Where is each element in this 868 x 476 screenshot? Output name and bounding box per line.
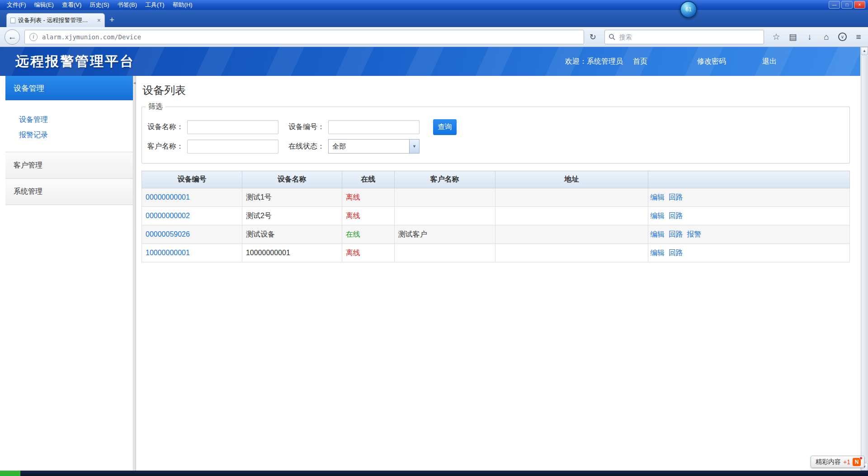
menu-help[interactable]: 帮助(H): [169, 0, 197, 10]
sidebar-item-device-management[interactable]: 设备管理: [5, 76, 133, 100]
col-header-address: 地址: [495, 171, 648, 188]
url-bar[interactable]: i alarm.xjymunion.com/Device: [24, 30, 584, 44]
online-status-label: 在线状态：: [288, 142, 328, 151]
device-name-cell: 测试设备: [242, 225, 342, 244]
scrollbar-thumb[interactable]: [861, 55, 868, 462]
sidebar-item-system-management[interactable]: 系统管理: [5, 178, 133, 205]
menu-file[interactable]: 文件(F): [3, 0, 30, 10]
maximize-button[interactable]: □: [841, 1, 853, 9]
promo-popup[interactable]: 精彩内容 +1 N: [811, 456, 864, 468]
edit-link[interactable]: 编辑: [650, 249, 665, 257]
address-cell: [495, 244, 648, 262]
device-name-cell: 测试2号: [242, 207, 342, 225]
status-badge: 离线: [346, 193, 360, 201]
tab-close-icon[interactable]: ×: [97, 17, 101, 24]
online-status-select[interactable]: 全部 ▼: [328, 139, 420, 154]
device-no-input[interactable]: [328, 120, 420, 134]
taskbar-item[interactable]: [0, 471, 20, 476]
address-cell: [495, 225, 648, 244]
url-text: alarm.xjymunion.com/Device: [42, 33, 141, 41]
sidebar-item-customer-management[interactable]: 客户管理: [5, 152, 133, 178]
menu-tools[interactable]: 工具(T): [141, 0, 169, 10]
sidebar-submenu: 设备管理 报警记录: [5, 100, 133, 152]
bookmark-star-icon[interactable]: ☆: [771, 33, 781, 41]
circuit-link[interactable]: 回路: [669, 249, 683, 257]
search-input[interactable]: [619, 33, 760, 41]
address-cell: [495, 207, 648, 225]
query-button[interactable]: 查询: [433, 119, 457, 135]
page-title: 设备列表: [142, 83, 854, 98]
select-dropdown-icon: ▼: [409, 140, 419, 153]
device-no-link[interactable]: 10000000001: [146, 249, 190, 257]
device-no-label: 设备编号：: [288, 122, 328, 132]
header-nav: 欢迎：系统管理员 首页 修改密码 退出: [565, 47, 860, 76]
status-badge: 离线: [346, 212, 360, 219]
new-tab-button[interactable]: +: [109, 15, 114, 24]
sidebar-collapse-handle[interactable]: ◀: [133, 76, 136, 471]
sidebar-subitem-device-management[interactable]: 设备管理: [5, 112, 133, 127]
edit-link[interactable]: 编辑: [650, 193, 665, 201]
customer-cell: [394, 207, 495, 225]
main-content: 设备列表 筛选 设备名称： 设备编号： 查询 客户名称：: [136, 76, 860, 471]
browser-window: 文件(F) 编辑(E) 查看(V) 历史(S) 书签(B) 工具(T) 帮助(H…: [0, 0, 868, 476]
nav-home-link[interactable]: 首页: [633, 57, 647, 66]
status-badge: 离线: [346, 249, 360, 257]
nav-logout-link[interactable]: 退出: [762, 57, 777, 66]
menu-bar: 文件(F) 编辑(E) 查看(V) 历史(S) 书签(B) 工具(T) 帮助(H…: [0, 0, 868, 10]
pocket-icon[interactable]: ∨: [838, 33, 847, 41]
alarm-link[interactable]: 报警: [687, 230, 701, 238]
filter-panel: 筛选 设备名称： 设备编号： 查询 客户名称： 在线状态：: [142, 102, 850, 163]
tab-favicon-icon: [10, 18, 15, 23]
customer-cell: [394, 188, 495, 207]
collapse-arrow-icon: ◀: [133, 81, 136, 471]
minimize-button[interactable]: —: [829, 1, 840, 9]
reload-button[interactable]: ↻: [590, 32, 596, 42]
scroll-up-icon[interactable]: ▲: [861, 47, 868, 55]
welcome-text: 欢迎：系统管理员: [565, 57, 623, 66]
device-table: 设备编号 设备名称 在线 客户名称 地址 00000000001: [142, 171, 850, 262]
device-no-link[interactable]: 00000059026: [146, 230, 190, 238]
menu-bookmarks[interactable]: 书签(B): [113, 0, 141, 10]
menu-history[interactable]: 历史(S): [85, 0, 113, 10]
table-header-row: 设备编号 设备名称 在线 客户名称 地址: [142, 171, 850, 188]
circuit-link[interactable]: 回路: [669, 212, 683, 219]
customer-name-input[interactable]: [187, 140, 278, 154]
app-header: 远程报警管理平台 欢迎：系统管理员 首页 修改密码 退出: [0, 47, 860, 76]
edit-link[interactable]: 编辑: [650, 230, 665, 238]
library-icon[interactable]: ▤: [788, 33, 798, 41]
col-header-online: 在线: [342, 171, 394, 188]
tab-title: 设备列表 - 远程报警管理…: [18, 16, 94, 24]
home-icon[interactable]: ⌂: [821, 33, 831, 41]
table-row: 00000000001 测试1号 离线 编辑 回路: [142, 188, 850, 207]
circuit-link[interactable]: 回路: [669, 230, 683, 238]
circuit-link[interactable]: 回路: [669, 193, 683, 201]
device-name-label: 设备名称：: [147, 122, 187, 132]
downloads-icon[interactable]: ↓: [805, 33, 815, 41]
device-no-link[interactable]: 00000000002: [146, 212, 190, 219]
window-controls: — □ ×: [829, 1, 865, 9]
customer-cell: 测试客户: [394, 225, 495, 244]
site-info-icon[interactable]: i: [29, 33, 38, 41]
table-row: 10000000001 10000000001 离线 编辑 回路: [142, 244, 850, 262]
table-row: 00000000002 测试2号 离线 编辑 回路: [142, 207, 850, 225]
device-name-cell: 测试1号: [242, 188, 342, 207]
close-button[interactable]: ×: [854, 1, 865, 9]
back-button[interactable]: ←: [5, 29, 20, 45]
edit-link[interactable]: 编辑: [650, 212, 665, 219]
menu-edit[interactable]: 编辑(E): [30, 0, 58, 10]
tab-bar: 设备列表 - 远程报警管理… × +: [0, 10, 868, 27]
device-name-input[interactable]: [187, 120, 278, 134]
nav-change-password-link[interactable]: 修改密码: [697, 57, 726, 66]
page-scrollbar[interactable]: ▲ ▼: [860, 47, 868, 471]
tab-device-list[interactable]: 设备列表 - 远程报警管理… ×: [6, 13, 105, 27]
web-page: 远程报警管理平台 欢迎：系统管理员 首页 修改密码 退出 设备管理 设备管理 报…: [0, 47, 860, 471]
hamburger-menu-icon[interactable]: ≡: [854, 33, 863, 41]
firefox-orb-button[interactable]: 61: [680, 1, 697, 18]
device-no-link[interactable]: 00000000001: [146, 193, 190, 201]
taskbar-strip: [0, 471, 868, 476]
menu-view[interactable]: 查看(V): [58, 0, 85, 10]
status-badge: 在线: [346, 230, 360, 238]
address-cell: [495, 188, 648, 207]
sidebar-subitem-alarm-records[interactable]: 报警记录: [5, 127, 133, 143]
navigation-toolbar: ← i alarm.xjymunion.com/Device ↻ ☆ ▤ ↓ ⌂…: [0, 27, 868, 47]
